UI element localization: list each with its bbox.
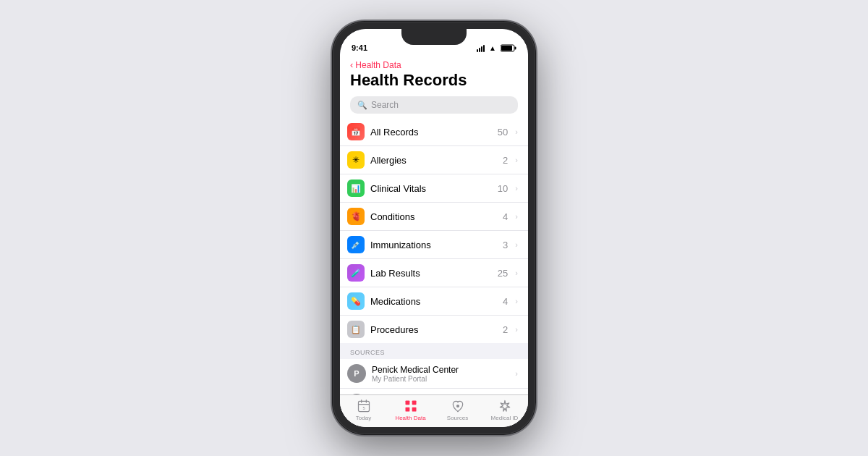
svg-text:5: 5 bbox=[362, 406, 365, 410]
clinical-vitals-icon: 📊 bbox=[347, 180, 365, 197]
all-records-chevron-icon: › bbox=[515, 127, 518, 136]
tab-sources-label: Sources bbox=[447, 415, 468, 421]
back-label: Health Data bbox=[355, 60, 401, 70]
svg-rect-8 bbox=[405, 401, 409, 405]
list-item-allergies[interactable]: ✳ Allergies 2 › bbox=[340, 146, 528, 174]
lab-results-count: 25 bbox=[498, 268, 508, 279]
list-item-lab-results[interactable]: 🧪 Lab Results 25 › bbox=[340, 259, 528, 287]
list-item-clinical-vitals[interactable]: 📊 Clinical Vitals 10 › bbox=[340, 174, 528, 203]
lab-results-chevron-icon: › bbox=[515, 269, 518, 277]
procedures-chevron-icon: › bbox=[515, 325, 518, 334]
medications-count: 4 bbox=[503, 296, 508, 307]
procedures-icon: 📋 bbox=[347, 321, 365, 338]
allergies-chevron-icon: › bbox=[515, 156, 518, 164]
tab-health-data-label: Health Data bbox=[395, 415, 425, 421]
all-records-icon: 📅 bbox=[347, 123, 365, 140]
tab-bar: 5 Today Health Data bbox=[340, 394, 528, 427]
sources-list: P Penick Medical Center My Patient Porta… bbox=[340, 359, 528, 394]
svg-rect-2 bbox=[515, 47, 516, 50]
penick-subtitle: My Patient Portal bbox=[372, 375, 508, 383]
svg-rect-10 bbox=[405, 408, 409, 412]
procedures-count: 2 bbox=[503, 324, 508, 335]
tab-today[interactable]: 5 Today bbox=[340, 399, 387, 421]
immunizations-label: Immunizations bbox=[370, 240, 497, 250]
penick-chevron-icon: › bbox=[515, 369, 518, 378]
conditions-icon: 🫀 bbox=[347, 208, 365, 225]
clinical-vitals-label: Clinical Vitals bbox=[370, 183, 492, 194]
allergies-label: Allergies bbox=[370, 155, 497, 166]
phone-screen: 9:41 ▲ ‹ bbox=[340, 29, 528, 427]
penick-name: Penick Medical Center bbox=[372, 365, 508, 375]
sources-icon bbox=[451, 399, 465, 413]
search-bar[interactable]: 🔍 Search bbox=[350, 96, 518, 114]
clinical-vitals-count: 10 bbox=[498, 183, 508, 194]
svg-point-12 bbox=[456, 405, 459, 408]
tab-medical-id-label: Medical ID bbox=[491, 415, 519, 421]
list-item-medications[interactable]: 💊 Medications 4 › bbox=[340, 287, 528, 316]
conditions-label: Conditions bbox=[370, 211, 497, 222]
sources-header: SOURCES bbox=[340, 343, 528, 359]
wifi-icon: ▲ bbox=[489, 44, 496, 52]
records-list: 📅 All Records 50 › ✳ Allergies 2 › bbox=[340, 118, 528, 343]
tab-medical-id[interactable]: Medical ID bbox=[481, 399, 528, 421]
tab-sources[interactable]: Sources bbox=[434, 399, 481, 421]
tab-today-label: Today bbox=[356, 415, 371, 421]
list-item-immunizations[interactable]: 💉 Immunizations 3 › bbox=[340, 231, 528, 259]
medications-icon: 💊 bbox=[347, 292, 365, 310]
medical-id-icon bbox=[498, 399, 512, 413]
medications-chevron-icon: › bbox=[515, 297, 518, 305]
medications-label: Medications bbox=[370, 296, 497, 307]
svg-rect-11 bbox=[412, 408, 416, 412]
signal-icon bbox=[477, 45, 485, 52]
battery-icon bbox=[501, 44, 516, 52]
immunizations-icon: 💉 bbox=[347, 236, 365, 253]
list-item-all-records[interactable]: 📅 All Records 50 › bbox=[340, 118, 528, 146]
conditions-chevron-icon: › bbox=[515, 212, 518, 221]
procedures-label: Procedures bbox=[370, 324, 497, 335]
lab-results-label: Lab Results bbox=[370, 268, 492, 279]
phone-notch bbox=[401, 29, 467, 45]
allergies-icon: ✳ bbox=[347, 151, 365, 169]
page-title: Health Records bbox=[350, 72, 518, 89]
tab-health-data[interactable]: Health Data bbox=[387, 399, 434, 421]
content-area: ‹ Health Data Health Records 🔍 Search 📅 bbox=[340, 55, 528, 427]
svg-rect-1 bbox=[501, 46, 512, 51]
health-data-icon bbox=[404, 399, 418, 413]
back-link[interactable]: ‹ Health Data bbox=[350, 59, 518, 70]
svg-rect-9 bbox=[412, 401, 416, 405]
penick-icon: P bbox=[347, 364, 366, 383]
lab-results-icon: 🧪 bbox=[347, 264, 365, 282]
list-item-procedures[interactable]: 📋 Procedures 2 › bbox=[340, 316, 528, 343]
source-item-widell[interactable]: W Widell Hospital Patient Chart Pro › bbox=[340, 389, 528, 394]
today-icon: 5 bbox=[357, 399, 371, 413]
conditions-count: 4 bbox=[503, 211, 508, 222]
allergies-count: 2 bbox=[503, 155, 508, 166]
clinical-vitals-chevron-icon: › bbox=[515, 184, 518, 193]
immunizations-count: 3 bbox=[503, 240, 508, 250]
all-records-label: All Records bbox=[370, 127, 492, 138]
source-item-penick[interactable]: P Penick Medical Center My Patient Porta… bbox=[340, 359, 528, 389]
immunizations-chevron-icon: › bbox=[515, 240, 518, 249]
nav-bar: ‹ Health Data Health Records bbox=[340, 55, 528, 92]
search-icon: 🔍 bbox=[357, 101, 367, 110]
list-item-conditions[interactable]: 🫀 Conditions 4 › bbox=[340, 203, 528, 231]
all-records-count: 50 bbox=[498, 127, 508, 138]
penick-text: Penick Medical Center My Patient Portal bbox=[372, 365, 508, 383]
search-placeholder: Search bbox=[371, 100, 399, 110]
status-icons: ▲ bbox=[477, 44, 516, 52]
phone-device: 9:41 ▲ ‹ bbox=[333, 22, 535, 434]
list-container: 📅 All Records 50 › ✳ Allergies 2 › bbox=[340, 118, 528, 394]
status-time: 9:41 bbox=[352, 43, 367, 52]
back-chevron-icon: ‹ bbox=[350, 59, 353, 70]
